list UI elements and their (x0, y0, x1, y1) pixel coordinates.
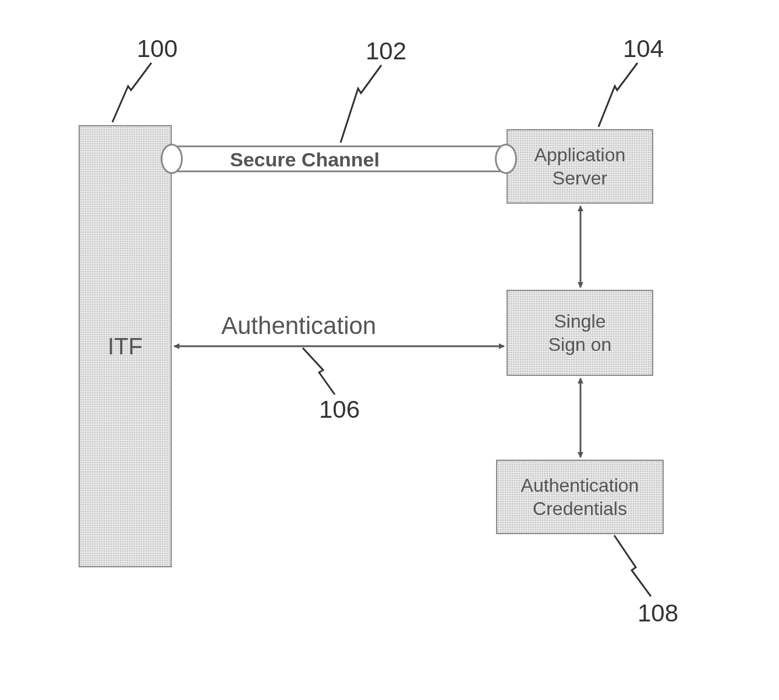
leader-104 (599, 63, 638, 127)
ref-106: 106 (319, 396, 360, 424)
single-sign-on-box: Single Sign on (507, 290, 653, 376)
application-server-label: Application Server (532, 141, 628, 192)
single-sign-on-label: Single Sign on (546, 307, 614, 358)
application-server-box: Application Server (507, 129, 653, 204)
itf-box: ITF (79, 125, 172, 567)
secure-channel-right-cap (495, 144, 517, 174)
diagram-canvas: ITF Application Server Single Sign on Au… (0, 0, 779, 700)
ref-104: 104 (623, 35, 664, 63)
ref-100: 100 (137, 35, 178, 63)
itf-label: ITF (108, 333, 143, 360)
leader-102 (341, 65, 381, 143)
authentication-label: Authentication (221, 312, 376, 340)
ref-108: 108 (638, 599, 678, 627)
leader-108 (614, 535, 651, 596)
secure-channel-left-cap (161, 144, 183, 174)
leader-106 (303, 348, 335, 395)
auth-credentials-label: Authentication Credentials (519, 471, 642, 523)
leader-100 (112, 63, 151, 122)
ref-102: 102 (366, 37, 406, 65)
auth-credentials-box: Authentication Credentials (496, 460, 664, 534)
secure-channel-label: Secure Channel (230, 148, 380, 171)
